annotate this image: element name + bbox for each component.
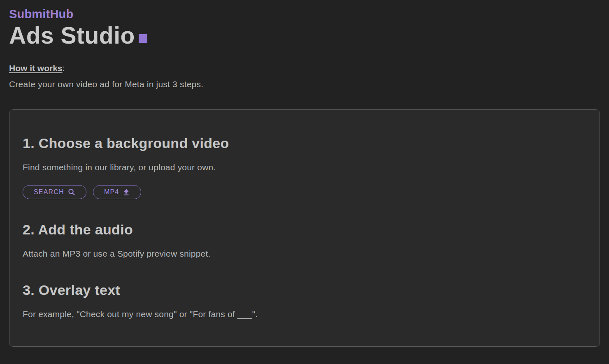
mp4-upload-button[interactable]: MP4 (93, 185, 142, 199)
search-icon (68, 188, 75, 196)
search-button[interactable]: SEARCH (23, 185, 86, 199)
ads-studio-page: SubmitHub Ads Studio How it works: Creat… (0, 0, 609, 347)
intro-text: Create your own video ad for Meta in jus… (9, 79, 600, 89)
page-title-row: Ads Studio (9, 23, 600, 48)
step-1-section: 1. Choose a background video Find someth… (23, 135, 586, 199)
step-1-heading: 1. Choose a background video (23, 135, 586, 151)
search-button-label: SEARCH (34, 188, 64, 196)
step-2-heading: 2. Add the audio (23, 222, 586, 238)
step-3-section: 3. Overlay text For example, "Check out … (23, 282, 586, 319)
step-3-heading: 3. Overlay text (23, 282, 586, 298)
step-2-description: Attach an MP3 or use a Spotify preview s… (23, 249, 586, 258)
step-2-section: 2. Add the audio Attach an MP3 or use a … (23, 222, 586, 258)
step-1-description: Find something in our library, or upload… (23, 162, 586, 172)
brand-logo: SubmitHub (9, 7, 600, 21)
mp4-button-label: MP4 (104, 188, 119, 196)
upload-icon (123, 188, 130, 196)
title-period-square (139, 34, 147, 43)
how-it-works-label: How it works (9, 63, 63, 73)
step-1-buttons: SEARCH MP4 (23, 185, 586, 199)
step-3-description: For example, "Check out my new song" or … (23, 309, 586, 319)
how-it-works-heading: How it works: (9, 63, 600, 73)
page-title: Ads Studio (9, 23, 135, 48)
steps-card: 1. Choose a background video Find someth… (9, 109, 600, 347)
how-it-works-colon: : (63, 63, 65, 73)
